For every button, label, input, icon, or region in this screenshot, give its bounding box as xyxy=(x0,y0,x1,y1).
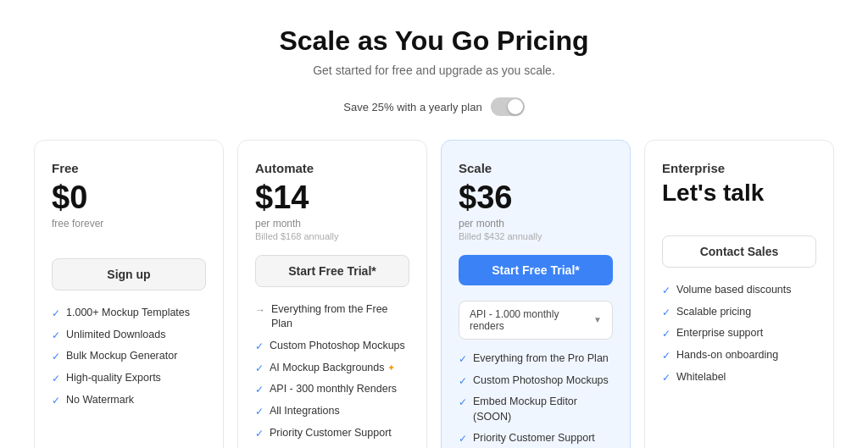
feature-item: ✓ Everything from the Pro Plan xyxy=(459,351,613,367)
arrow-icon: → xyxy=(255,303,265,318)
feature-item: ✓ All Integrations xyxy=(255,404,409,419)
plan-card-free: Free $0 free foreverSign up ✓ 1.000+ Moc… xyxy=(34,140,224,448)
page-title: Scale as You Go Pricing xyxy=(34,25,834,57)
plan-btn-enterprise[interactable]: Contact Sales xyxy=(662,235,816,268)
feature-text: Custom Photoshop Mockups xyxy=(270,339,405,354)
feature-text: High-quality Exports xyxy=(66,371,161,386)
spark-icon: ✦ xyxy=(387,362,395,373)
dropdown-label: API - 1.000 monthly renders xyxy=(470,308,593,332)
feature-list-automate: → Everything from the Free Plan ✓ Custom… xyxy=(255,302,409,441)
plan-billing-scale: Billed $432 annually xyxy=(459,231,613,241)
feature-text: 1.000+ Mockup Templates xyxy=(66,306,190,321)
feature-list-free: ✓ 1.000+ Mockup Templates ✓ Unlimited Do… xyxy=(52,306,206,408)
feature-item: ✓ 1.000+ Mockup Templates xyxy=(52,306,206,321)
check-icon: ✓ xyxy=(52,350,60,364)
feature-text: No Watermark xyxy=(66,393,134,408)
plan-name-automate: Automate xyxy=(255,161,409,175)
check-icon: ✓ xyxy=(459,395,467,410)
plan-price-sub-scale: per month xyxy=(459,218,613,230)
toggle-label: Save 25% with a yearly plan xyxy=(343,101,481,113)
page-subtitle: Get started for free and upgrade as you … xyxy=(34,64,834,77)
feature-item: ✓ Hands-on onboarding xyxy=(662,348,816,363)
feature-item: ✓ High-quality Exports xyxy=(52,371,206,386)
check-icon: ✓ xyxy=(662,306,670,320)
check-icon: ✓ xyxy=(255,340,264,354)
feature-text: Priority Customer Support xyxy=(270,426,392,441)
billing-toggle-row: Save 25% with a yearly plan xyxy=(34,97,834,116)
feature-text: Everything from the Pro Plan xyxy=(473,351,609,367)
feature-text: Whitelabel xyxy=(676,370,726,385)
plan-price-sub-free: free forever xyxy=(52,218,206,230)
feature-text: Everything from the Free Plan xyxy=(271,302,409,332)
check-icon: ✓ xyxy=(52,394,60,408)
check-icon: ✓ xyxy=(459,374,467,389)
feature-item: ✓ Custom Photoshop Mockups xyxy=(459,373,613,389)
feature-item: ✓ Scalable pricing xyxy=(662,305,816,320)
feature-item: ✓ Volume based discounts xyxy=(662,283,816,298)
check-icon: ✓ xyxy=(52,329,60,343)
check-icon: ✓ xyxy=(52,372,60,386)
feature-text: Custom Photoshop Mockups xyxy=(473,373,609,389)
check-icon: ✓ xyxy=(255,405,264,419)
feature-text: Enterprise support xyxy=(676,326,763,341)
feature-item: ✓ API - 300 monthly Renders xyxy=(255,382,409,397)
check-icon: ✓ xyxy=(662,327,670,341)
feature-text: Unlimited Downloads xyxy=(66,328,165,343)
feature-item: ✓ Whitelabel xyxy=(662,370,816,385)
chevron-down-icon: ▼ xyxy=(593,315,602,324)
feature-text: API - 300 monthly Renders xyxy=(270,382,397,397)
api-dropdown[interactable]: API - 1.000 monthly renders ▼ xyxy=(459,301,613,340)
plan-name-scale: Scale xyxy=(459,161,613,175)
page-header: Scale as You Go Pricing Get started for … xyxy=(34,25,834,77)
plan-btn-scale[interactable]: Start Free Trial* xyxy=(459,255,613,285)
plans-grid: Free $0 free foreverSign up ✓ 1.000+ Moc… xyxy=(34,140,834,448)
feature-text: All Integrations xyxy=(270,404,340,419)
feature-text: Volume based discounts xyxy=(676,283,792,298)
feature-list-scale: ✓ Everything from the Pro Plan ✓ Custom … xyxy=(459,351,613,446)
check-icon: ✓ xyxy=(255,383,264,397)
feature-text: Embed Mockup Editor (SOON) xyxy=(473,395,613,424)
feature-text: Priority Customer Support xyxy=(473,431,595,446)
check-icon: ✓ xyxy=(459,432,467,446)
plan-price-sub-automate: per month xyxy=(255,218,409,230)
check-icon: ✓ xyxy=(255,362,264,376)
feature-text: Bulk Mockup Generator xyxy=(66,349,177,364)
check-icon: ✓ xyxy=(662,371,670,385)
plan-name-free: Free xyxy=(52,161,206,175)
check-icon: ✓ xyxy=(662,349,670,363)
check-icon: ✓ xyxy=(255,427,264,441)
feature-item: ✓ Priority Customer Support xyxy=(459,431,613,446)
feature-item: ✓ AI Mockup Backgrounds ✦ xyxy=(255,361,409,376)
feature-text: Scalable pricing xyxy=(676,305,751,320)
feature-list-enterprise: ✓ Volume based discounts ✓ Scalable pric… xyxy=(662,283,816,385)
check-icon: ✓ xyxy=(662,284,670,298)
plan-btn-automate[interactable]: Start Free Trial* xyxy=(255,255,409,287)
plan-name-enterprise: Enterprise xyxy=(662,161,816,175)
check-icon: ✓ xyxy=(459,352,467,367)
feature-item: → Everything from the Free Plan xyxy=(255,302,409,332)
plan-billing-automate: Billed $168 annually xyxy=(255,231,409,241)
check-icon: ✓ xyxy=(52,307,60,321)
feature-item: ✓ Enterprise support xyxy=(662,326,816,341)
feature-item: ✓ Unlimited Downloads xyxy=(52,328,206,343)
plan-price-enterprise: Let's talk xyxy=(662,180,816,207)
feature-item: ✓ No Watermark xyxy=(52,393,206,408)
plan-price-automate: $14 xyxy=(255,180,409,216)
feature-text: Hands-on onboarding xyxy=(676,348,778,363)
feature-item: ✓ Bulk Mockup Generator xyxy=(52,349,206,364)
plan-btn-free[interactable]: Sign up xyxy=(52,258,206,290)
feature-item: ✓ Custom Photoshop Mockups xyxy=(255,339,409,354)
plan-price-scale: $36 xyxy=(459,180,613,216)
plan-price-free: $0 xyxy=(52,180,206,216)
plan-card-automate: Automate $14 per monthBilled $168 annual… xyxy=(237,140,427,448)
plan-card-scale: Scale $36 per monthBilled $432 annuallyS… xyxy=(441,140,631,448)
feature-item: ✓ Priority Customer Support xyxy=(255,426,409,441)
feature-text: AI Mockup Backgrounds ✦ xyxy=(270,361,395,376)
plan-card-enterprise: Enterprise Let's talk Contact Sales ✓ Vo… xyxy=(644,140,834,448)
yearly-toggle[interactable] xyxy=(491,97,525,116)
feature-item: ✓ Embed Mockup Editor (SOON) xyxy=(459,395,613,424)
